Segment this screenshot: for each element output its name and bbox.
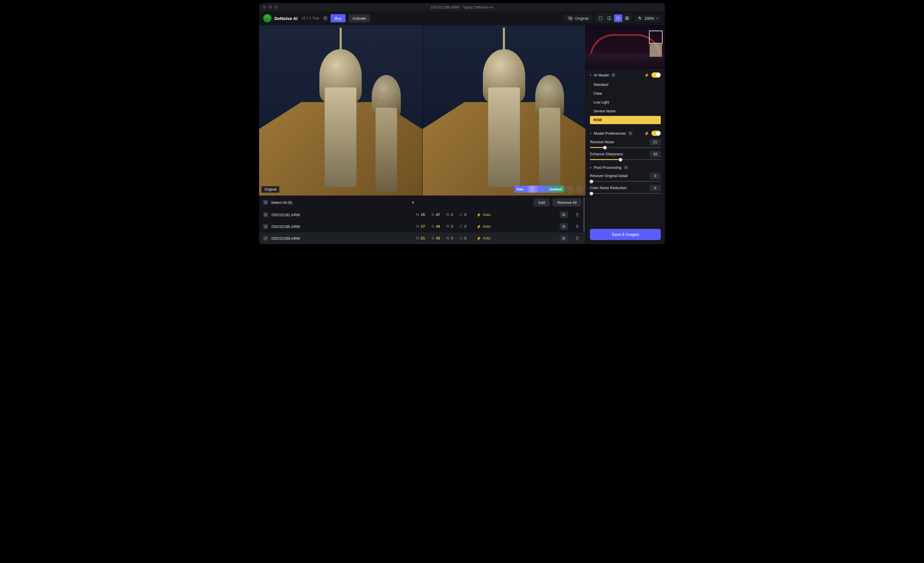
post-processing-title: Post Processing (594, 165, 621, 170)
zoom-control[interactable]: 100% ▾ (635, 15, 661, 22)
help-icon[interactable]: ? (628, 131, 633, 136)
add-button[interactable]: Add (534, 198, 550, 207)
file-list: ✓ Select All (6) ▾ Add Remove All ✓DSC02… (259, 196, 585, 244)
svg-rect-22 (562, 225, 565, 228)
svg-point-16 (578, 188, 581, 191)
model-prefs-auto-toggle[interactable] (651, 131, 661, 136)
view-grid-icon[interactable] (623, 14, 631, 22)
post-processing-header[interactable]: ▾ Post Processing ? (590, 165, 661, 170)
toolbar: D DeNoise AI v3.7.2 Trial ? Buy Activate… (259, 11, 665, 25)
zoom-icon (638, 16, 642, 20)
file-checkbox[interactable]: ✓ (263, 212, 268, 217)
file-row[interactable]: ✓DSC02195.ARWN: 17S: 44R: 0C: 0⚡Auto (259, 221, 585, 233)
ai-model-option[interactable]: Clear (590, 89, 661, 98)
file-checkbox[interactable]: ✓ (263, 236, 268, 240)
select-all-checkbox[interactable]: ✓ (263, 200, 268, 205)
color-noise-reduction-slider[interactable] (590, 193, 661, 194)
viewer-right-processed[interactable]: Raw Updated (422, 25, 586, 196)
model-prefs-header[interactable]: ▾ Model Preferences ? ⚡ (590, 131, 661, 136)
ai-model-auto-toggle[interactable] (651, 72, 661, 78)
navigator-viewport-rect[interactable] (649, 31, 663, 44)
ai-model-title: AI Model (594, 73, 609, 77)
app-name: DeNoise AI (274, 16, 298, 21)
navigator-thumbnail[interactable] (586, 25, 665, 69)
scrollbar[interactable] (583, 197, 585, 233)
save-images-button[interactable]: Save 6 Images (590, 229, 661, 240)
original-toggle[interactable]: Original (564, 14, 592, 22)
svg-rect-0 (599, 17, 602, 20)
recover-detail-slider[interactable] (590, 181, 661, 182)
viewer-left-label: Original (261, 186, 279, 193)
buy-button[interactable]: Buy (330, 14, 345, 23)
color-noise-reduction-label: Color Noise Reduction (590, 186, 627, 190)
ai-model-option[interactable]: Low Light (590, 98, 661, 107)
file-preview-icon[interactable] (560, 223, 568, 230)
svg-line-10 (640, 19, 641, 20)
activate-button[interactable]: Activate (348, 14, 370, 23)
file-row[interactable]: ✓DSC02199.ARWN: 21S: 43R: 0C: 0⚡Auto (259, 233, 585, 244)
view-split-icon[interactable] (605, 14, 614, 22)
ai-model-option[interactable]: Severe Noise (590, 107, 661, 115)
ai-model-list: StandardClearLow LightSevere NoiseRAW (590, 81, 661, 124)
file-delete-icon[interactable] (573, 235, 581, 242)
status-bar-left: Raw (517, 188, 524, 191)
view-sidebyside-icon[interactable] (614, 14, 622, 22)
ai-model-option[interactable]: Standard (590, 81, 661, 89)
chevron-down-icon: ▾ (590, 132, 591, 135)
file-preview-icon[interactable] (560, 235, 568, 242)
svg-rect-3 (616, 17, 618, 20)
svg-rect-20 (562, 214, 565, 216)
svg-rect-5 (625, 17, 627, 18)
file-preview-icon[interactable] (560, 211, 568, 218)
chevron-down-icon: ▾ (590, 166, 591, 169)
remove-noise-label: Remove Noise (590, 140, 614, 144)
eye-off-icon (568, 16, 573, 21)
app-logo-icon: D (263, 14, 272, 23)
rate-neutral-icon[interactable] (576, 186, 583, 193)
chevron-down-icon: ▾ (656, 17, 658, 20)
file-list-header: ✓ Select All (6) ▾ Add Remove All (259, 196, 585, 209)
file-row[interactable]: ✓DSC02191.ARWN: 15S: 47R: 0C: 0⚡Auto (259, 209, 585, 221)
svg-point-13 (568, 188, 572, 191)
bolt-icon: ⚡ (644, 131, 649, 136)
app-version: v3.7.2 Trial (302, 16, 319, 20)
app-window: DSC02199.ARW - Topaz DeNoise AI D DeNois… (259, 3, 665, 244)
image-viewer[interactable]: Original Raw Updated (259, 25, 585, 196)
collapse-icon[interactable]: ▾ (412, 200, 414, 205)
color-noise-reduction-value[interactable]: 0 (650, 185, 661, 191)
window-title: DSC02199.ARW - Topaz DeNoise AI (259, 5, 665, 9)
processing-status-bar: Raw Updated (514, 186, 564, 193)
rate-happy-icon[interactable] (567, 186, 574, 193)
bolt-icon: ⚡ (476, 213, 481, 217)
file-auto-badge[interactable]: ⚡Auto (476, 236, 490, 240)
titlebar: DSC02199.ARW - Topaz DeNoise AI (259, 3, 665, 11)
file-delete-icon[interactable] (573, 211, 581, 218)
file-checkbox[interactable]: ✓ (263, 224, 268, 229)
viewer-left-original[interactable]: Original (259, 25, 422, 196)
help-icon[interactable]: ? (611, 73, 615, 77)
ai-model-option[interactable]: RAW (590, 116, 661, 124)
remove-noise-value[interactable]: 21 (650, 139, 661, 145)
recover-detail-value[interactable]: 0 (650, 173, 661, 179)
remove-all-button[interactable]: Remove All (553, 198, 581, 207)
file-auto-badge[interactable]: ⚡Auto (476, 224, 490, 229)
svg-rect-24 (562, 237, 565, 239)
remove-noise-slider[interactable] (590, 147, 661, 148)
file-auto-badge[interactable]: ⚡Auto (476, 213, 490, 217)
recover-detail-label: Recover Original Detail (590, 174, 628, 178)
file-stats: N: 15S: 47R: 0C: 0 (416, 213, 466, 217)
model-prefs-title: Model Preferences (594, 131, 626, 136)
enhance-sharpness-slider[interactable] (590, 159, 661, 160)
select-all-label[interactable]: Select All (6) (271, 200, 292, 205)
svg-rect-8 (627, 18, 628, 20)
ai-model-header[interactable]: ▾ AI Model ? ⚡ (590, 72, 661, 78)
file-name: DSC02195.ARW (272, 224, 412, 229)
file-delete-icon[interactable] (573, 223, 581, 230)
svg-rect-7 (625, 18, 627, 20)
help-icon[interactable]: ? (624, 165, 628, 170)
help-icon[interactable]: ? (323, 16, 328, 21)
svg-point-21 (564, 215, 564, 215)
view-single-icon[interactable] (596, 14, 604, 22)
file-stats: N: 17S: 44R: 0C: 0 (416, 224, 466, 228)
enhance-sharpness-value[interactable]: 43 (650, 151, 661, 158)
